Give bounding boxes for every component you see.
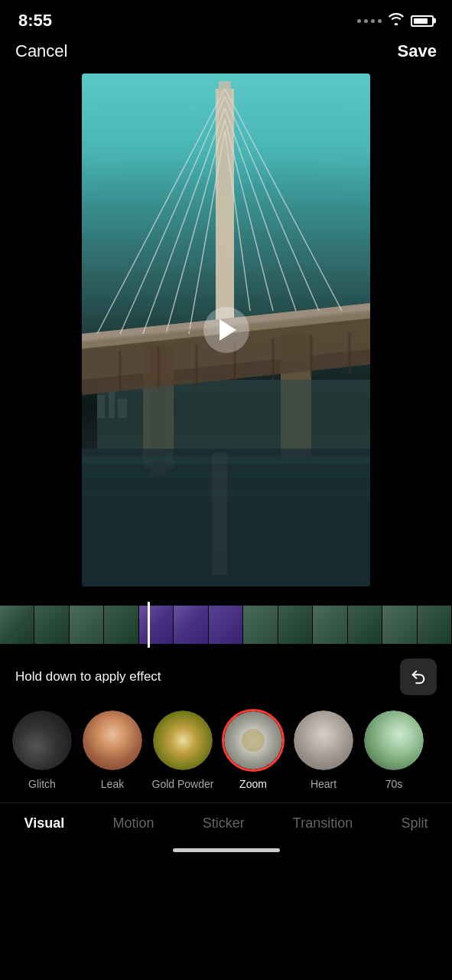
svg-line-9: [225, 89, 342, 311]
film-frame: [348, 606, 382, 644]
svg-rect-21: [212, 452, 227, 575]
effect-label-gold-powder: Gold Powder: [152, 778, 214, 790]
film-frame: [418, 606, 452, 644]
effect-thumb-gold-powder: [151, 709, 214, 772]
hold-down-row: Hold down to apply effect: [0, 648, 452, 703]
effect-inner-leak: [83, 710, 142, 770]
effect-label-70s: 70s: [385, 778, 403, 790]
top-bar: Cancel Save: [0, 38, 452, 74]
undo-icon: [410, 668, 427, 685]
effect-inner-glitch: [12, 710, 72, 770]
effect-inner-70s: [364, 710, 424, 770]
nav-item-transition[interactable]: Transition: [281, 812, 365, 835]
status-time: 8:55: [18, 11, 52, 31]
svg-rect-22: [97, 380, 370, 449]
effect-label-zoom: Zoom: [239, 778, 267, 790]
signal-dots: [357, 19, 382, 23]
film-frame-purple: [209, 606, 243, 644]
effect-thumb-leak: [81, 709, 144, 772]
undo-button[interactable]: [400, 658, 437, 695]
film-frame: [104, 606, 138, 644]
effect-item-zoom[interactable]: Zoom: [220, 709, 286, 790]
effect-thumb-zoom: [222, 709, 285, 772]
bottom-nav: Visual Motion Sticker Transition Split: [0, 802, 452, 841]
effect-inner-zoom: [224, 711, 282, 769]
home-indicator: [173, 848, 280, 852]
svg-rect-24: [109, 391, 115, 418]
svg-line-5: [120, 96, 225, 334]
effects-row: Glitch Leak Gold Powder Zoom Heart 70s: [0, 703, 452, 796]
film-frame: [0, 606, 34, 644]
film-frame-purple: [139, 606, 174, 644]
battery-icon: [411, 15, 434, 27]
play-icon: [219, 319, 236, 341]
hold-down-text: Hold down to apply effect: [15, 669, 161, 684]
wifi-icon: [388, 13, 405, 28]
video-preview[interactable]: [82, 74, 370, 586]
timeline-strip: [0, 606, 452, 644]
effect-inner-heart: [294, 710, 353, 770]
svg-line-4: [97, 89, 225, 334]
nav-item-split[interactable]: Split: [389, 812, 440, 835]
effect-item-glitch[interactable]: Glitch: [9, 709, 75, 790]
effect-label-glitch: Glitch: [28, 778, 56, 790]
film-frame: [34, 606, 69, 644]
nav-item-motion[interactable]: Motion: [100, 812, 166, 835]
effect-item-70s[interactable]: 70s: [361, 709, 427, 790]
film-frame: [70, 606, 104, 644]
cancel-button[interactable]: Cancel: [15, 41, 67, 61]
timeline-cursor: [148, 602, 150, 648]
svg-line-10: [225, 96, 319, 311]
effect-item-leak[interactable]: Leak: [80, 709, 145, 790]
save-button[interactable]: Save: [398, 41, 437, 61]
effect-label-leak: Leak: [101, 778, 124, 790]
status-icons: [357, 13, 434, 28]
svg-rect-23: [97, 395, 105, 418]
status-bar: 8:55: [0, 0, 452, 38]
effect-thumb-70s: [363, 709, 425, 772]
effect-label-heart: Heart: [311, 778, 337, 790]
svg-rect-25: [118, 399, 127, 418]
nav-item-sticker[interactable]: Sticker: [190, 812, 257, 835]
effect-item-heart[interactable]: Heart: [291, 709, 356, 790]
effect-inner-gold-powder: [153, 710, 213, 770]
svg-line-6: [143, 108, 225, 334]
effect-thumb-heart: [292, 709, 355, 772]
play-button[interactable]: [203, 307, 249, 353]
effect-thumb-glitch: [11, 709, 73, 772]
film-frame: [243, 606, 278, 644]
film-frame-purple: [174, 606, 208, 644]
nav-item-visual[interactable]: Visual: [12, 812, 77, 835]
film-frame: [313, 606, 347, 644]
film-frame: [382, 606, 417, 644]
timeline[interactable]: [0, 602, 452, 648]
effect-item-gold-powder[interactable]: Gold Powder: [150, 709, 216, 790]
film-frame: [278, 606, 313, 644]
